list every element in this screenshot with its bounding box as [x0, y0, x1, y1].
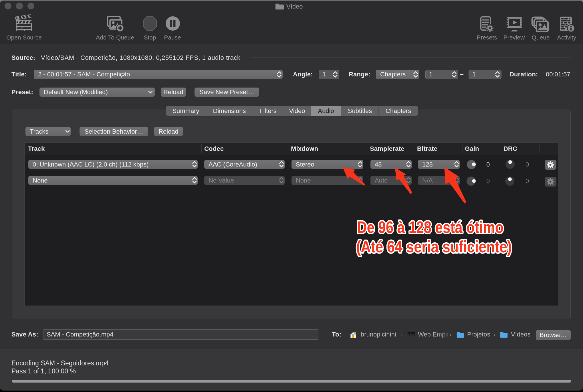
svg-text:De 96 à 128 está ótimo: De 96 à 128 está ótimo [357, 218, 503, 236]
svg-text:(Até 64 seria suficiente): (Até 64 seria suficiente) [356, 237, 512, 256]
